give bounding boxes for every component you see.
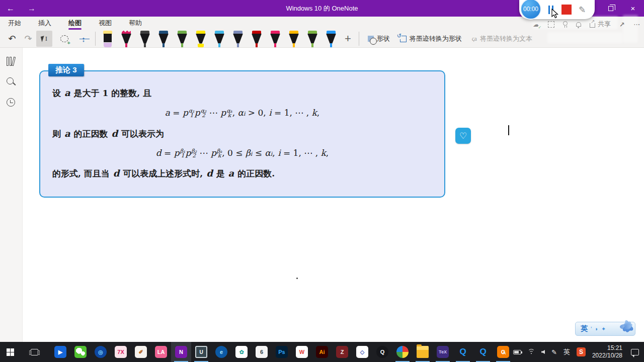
pen-blue[interactable] — [325, 31, 338, 47]
taskbar: ▶ ◎ 7X ✐ LA N U e ✿ 6 Ps W Ai Z ◇ Q TeX … — [0, 342, 644, 362]
recent-notes-icon[interactable] — [6, 97, 17, 108]
ime-punct-icon[interactable]: ʼ — [591, 326, 592, 332]
ime-indicator[interactable]: 英 — [564, 347, 570, 356]
taskbar-onenote[interactable]: N — [171, 342, 191, 362]
pen-slate[interactable] — [231, 31, 245, 47]
pen-orange[interactable] — [287, 31, 300, 47]
menu-tabs: 开始插入绘图视图帮助 — [7, 17, 143, 30]
pen-red[interactable] — [250, 31, 263, 47]
pen-green2[interactable] — [306, 31, 319, 47]
notebooks-icon[interactable] — [6, 56, 17, 67]
search-icon[interactable] — [6, 76, 17, 87]
menu-insert[interactable]: 插入 — [37, 17, 52, 30]
back-button[interactable]: ← — [0, 4, 21, 13]
taskbar-beachball-app[interactable] — [392, 342, 413, 362]
share-button[interactable]: 共享 — [590, 20, 611, 29]
menu-view[interactable]: 视图 — [98, 17, 113, 30]
corollary-line-2: 则 a 的正因数 d 可以表示为 — [52, 128, 164, 140]
taskbar-capture-app[interactable]: ◎ — [91, 342, 111, 362]
undo-button[interactable]: ↶ — [4, 31, 20, 47]
lasso-select-button[interactable] — [56, 31, 72, 47]
ime-mode-label[interactable]: 英 — [581, 324, 588, 333]
fullscreen-icon[interactable]: ↗ — [619, 21, 625, 28]
taskbar-hand6-app[interactable]: 6 — [252, 342, 272, 362]
favorite-heart-button[interactable]: ♡ — [455, 128, 471, 144]
taskbar-file-explorer[interactable] — [413, 342, 433, 362]
ink-spacing-button[interactable]: ↕ — [75, 31, 92, 47]
pen-navy[interactable] — [157, 31, 170, 47]
text-select-icon: I — [45, 35, 47, 43]
page-canvas[interactable]: 推论 3 设 a 是大于 1 的整数, 且 a = pα₁1pα₂2 ⋯ pαₖ… — [23, 48, 644, 342]
onenote-window: ← → Windows 10 的 OneNote × 开始插入绘图视图帮助 ☁ … — [0, 0, 644, 362]
pen-green[interactable] — [176, 31, 189, 47]
taskbar-flower-app[interactable]: ✿ — [231, 342, 252, 362]
taskbar-illustrator[interactable]: Ai — [312, 342, 332, 362]
taskbar-time: 15:21 — [592, 344, 622, 352]
tell-me-icon[interactable] — [563, 21, 568, 26]
volume-icon[interactable] — [541, 350, 545, 354]
sogou-icon[interactable]: S — [577, 347, 586, 356]
taskbar-apps: ▶ ◎ 7X ✐ LA N U e ✿ 6 Ps W Ai Z ◇ Q TeX … — [50, 342, 513, 362]
pen-black[interactable] — [138, 31, 151, 47]
restore-button[interactable] — [600, 0, 622, 17]
corollary-tag: 推论 3 — [48, 64, 84, 76]
tool-eraser[interactable] — [101, 31, 114, 47]
taskbar-qcloud-2[interactable]: Q — [473, 342, 493, 362]
ink-to-shape-icon — [400, 36, 407, 42]
taskbar-wps[interactable]: W — [292, 342, 312, 362]
corollary-box: 推论 3 设 a 是大于 1 的整数, 且 a = pα₁1pα₂2 ⋯ pαₖ… — [39, 70, 445, 198]
menu-start[interactable]: 开始 — [7, 17, 22, 30]
screen-clip-icon[interactable] — [548, 21, 554, 28]
taskbar-z-app[interactable]: Z — [332, 342, 352, 362]
shapes-label: 形状 — [377, 34, 390, 43]
toolbar-divider — [95, 32, 96, 46]
hidden-icons-chevron[interactable]: ∧ — [502, 348, 507, 356]
action-center-icon[interactable] — [631, 349, 639, 355]
select-tool-button[interactable]: I — [36, 31, 52, 47]
notifications-icon[interactable] — [576, 22, 581, 27]
pen-crimson[interactable] — [269, 31, 282, 47]
taskbar-photoshop[interactable]: Ps — [272, 342, 292, 362]
shapes-button[interactable]: 形状 — [368, 34, 390, 43]
redo-button[interactable]: ↷ — [20, 31, 36, 47]
taskbar-qcloud-1[interactable]: Q — [453, 342, 473, 362]
toolbar-divider — [359, 32, 359, 46]
menu-help[interactable]: 帮助 — [128, 17, 143, 30]
start-button[interactable] — [0, 342, 20, 362]
spacing-icon: ↕ — [82, 35, 86, 43]
ime-logo-icon[interactable]: ◗ — [595, 326, 598, 332]
taskbar-display-app[interactable]: U — [191, 342, 211, 362]
pen-pencil-crimson[interactable] — [120, 31, 133, 47]
ink-to-shape-button[interactable]: 将墨迹转换为形状 — [400, 34, 462, 43]
pen-tablet-icon[interactable]: ✎ — [551, 348, 557, 356]
pen-highlighter-yellow[interactable] — [194, 31, 207, 47]
taskbar-wechat[interactable] — [70, 342, 91, 362]
ink-to-shape-label: 将墨迹转换为形状 — [410, 34, 462, 43]
taskbar-7x-app[interactable]: 7X — [111, 342, 131, 362]
annotate-pen-button[interactable]: ✎ — [579, 5, 586, 15]
close-button[interactable]: × — [622, 0, 644, 17]
recording-widget: 00:00 ✎ — [519, 0, 595, 19]
forward-button[interactable]: → — [21, 4, 42, 13]
more-options-icon[interactable]: ⋯ — [633, 21, 640, 28]
taskbar-clock[interactable]: 15:21 2022/10/28 — [592, 344, 622, 359]
wifi-icon[interactable] — [528, 349, 535, 355]
stop-recording-button[interactable] — [561, 5, 572, 15]
taskbar-tex-app[interactable]: TeX — [433, 342, 453, 362]
battery-icon[interactable] — [513, 350, 521, 354]
task-view-button[interactable] — [24, 342, 44, 362]
ribbon-right-icons: ☁ 共享 ↗ ⋯ — [533, 20, 640, 29]
windows-logo-icon — [7, 348, 14, 356]
taskbar-paint-app[interactable]: ✐ — [131, 342, 151, 362]
taskbar-geometry-app[interactable]: ◇ — [352, 342, 372, 362]
ime-status-bar[interactable]: 英 ʼ ◗ ✦ — [575, 322, 635, 336]
taskbar-lala-app[interactable]: LA — [151, 342, 171, 362]
taskbar-edge[interactable]: e — [211, 342, 231, 362]
sync-status-icon[interactable]: ☁ — [533, 21, 539, 28]
taskbar-qq[interactable]: Q — [372, 342, 392, 362]
ime-skin-icon[interactable]: ✦ — [601, 326, 606, 332]
menu-draw[interactable]: 绘图 — [67, 17, 83, 30]
pen-cyan[interactable] — [213, 31, 226, 47]
add-pen-button[interactable]: + — [345, 32, 351, 45]
taskbar-arrow-app[interactable]: ▶ — [50, 342, 70, 362]
